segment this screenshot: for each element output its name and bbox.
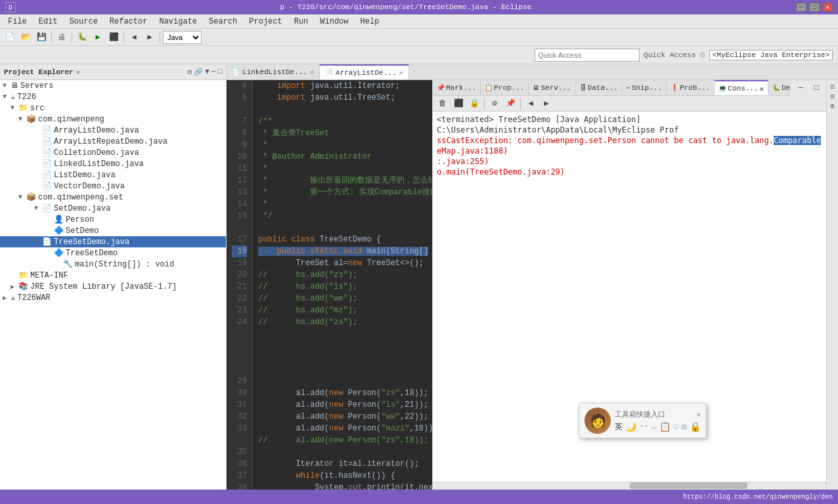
menu-edit[interactable]: Edit bbox=[33, 14, 63, 29]
prev-button[interactable]: ◀ bbox=[127, 30, 141, 45]
menu-run[interactable]: Run bbox=[289, 14, 314, 29]
link-editor-button[interactable]: 🔗 bbox=[194, 68, 203, 76]
title-bar: p p - T226/src/com/qinwenpeng/set/TreeSe… bbox=[0, 0, 838, 14]
tab-properties[interactable]: 📋 Prop... bbox=[481, 80, 529, 96]
tree-arrow-src: ▼ bbox=[11, 104, 18, 112]
tree-arrow-pkg1: ▼ bbox=[18, 116, 26, 123]
right-bar-btn1[interactable]: ⊡ bbox=[830, 83, 834, 91]
print-button[interactable]: 🖨 bbox=[55, 30, 69, 45]
view-menu-button[interactable]: ▼ bbox=[205, 68, 210, 76]
menu-window[interactable]: Window bbox=[315, 14, 353, 29]
tree-item-metainf[interactable]: 📁 META-INF bbox=[0, 270, 226, 281]
menu-refactor[interactable]: Refactor bbox=[104, 14, 153, 29]
menu-file[interactable]: File bbox=[3, 14, 32, 29]
right-bar-btn2[interactable]: ⊟ bbox=[830, 93, 834, 100]
right-minimize[interactable]: ─ bbox=[793, 81, 808, 95]
close-button[interactable]: ✕ bbox=[822, 3, 833, 12]
terminate-button[interactable]: ⬛ bbox=[451, 96, 466, 111]
tree-item-treesetdemo-class[interactable]: 🔷 TreeSetDemo bbox=[0, 247, 226, 259]
tab-console[interactable]: 💻 Cons... ✕ bbox=[715, 80, 768, 96]
tree-item-t226war[interactable]: ▶ ☕ T226WAR bbox=[0, 292, 226, 303]
scroll-lock-button[interactable]: 🔒 bbox=[467, 96, 481, 111]
tab-arraylist-close[interactable]: ✕ bbox=[399, 69, 403, 77]
tree-item-setdemo[interactable]: ▼ 📄 SetDemo.java bbox=[0, 203, 226, 214]
menu-source[interactable]: Source bbox=[64, 14, 103, 29]
settings-button[interactable]: ⚙ bbox=[699, 49, 705, 60]
stop-button[interactable]: ⬛ bbox=[106, 30, 121, 45]
perspective-combo[interactable]: Java Debug bbox=[163, 31, 202, 44]
code-editor[interactable]: 45 789101112131415 171819 2021222324 293… bbox=[227, 80, 432, 490]
tree-item-person[interactable]: 👤 Person bbox=[0, 214, 226, 225]
tree-item-servers[interactable]: ▼ 🖥 Servers bbox=[0, 80, 226, 91]
right-panel-tabs-row: 📌 Mark... 📋 Prop... 🖥 Serv... 🗄 bbox=[433, 80, 826, 96]
next-button[interactable]: ▶ bbox=[143, 30, 157, 45]
tree-item-arraylistrepeat[interactable]: 📄 ArrayListRepeatDemo.java bbox=[0, 136, 226, 147]
ime-icon-dots[interactable]: ·· bbox=[639, 422, 648, 431]
clear-console-button[interactable]: 🗑 bbox=[435, 96, 450, 111]
tree-item-src[interactable]: ▼ 📁 src bbox=[0, 102, 226, 114]
collapse-all-button[interactable]: ⊟ bbox=[188, 68, 192, 76]
tree-item-main-method[interactable]: 🔧 main(String[]) : void bbox=[0, 259, 226, 270]
menu-help[interactable]: Help bbox=[355, 14, 385, 29]
tab-snippets[interactable]: ✂ Snip... bbox=[623, 80, 667, 96]
ime-content: 工具箱快捷入口 ✕ 英 🌙 ·· ✏ 📋 ☺ ⊞ 🔒 bbox=[615, 410, 701, 432]
quick-access-input[interactable] bbox=[535, 49, 640, 62]
scrollbar-thumb[interactable] bbox=[630, 482, 748, 489]
status-bar: https://blog.csdn.net/qinwenpengly/den bbox=[0, 490, 838, 504]
console-scrollbar[interactable] bbox=[433, 482, 826, 490]
ime-icon-moon[interactable]: 🌙 bbox=[625, 421, 636, 432]
console-terminated-line: <terminated> TreeSetDemo [Java Applicati… bbox=[437, 114, 822, 135]
tree-item-package2[interactable]: ▼ 📦 com.qinwenpeng.set bbox=[0, 192, 226, 203]
tree-item-t226[interactable]: ▼ ☕ T226 bbox=[0, 91, 226, 102]
ime-icon-emoji[interactable]: ☺ bbox=[673, 421, 678, 432]
tree-item-jre[interactable]: ▶ 📚 JRE System Library [JavaSE-1.7] bbox=[0, 281, 226, 292]
ime-icon-lock[interactable]: 🔒 bbox=[690, 421, 701, 432]
tab-data[interactable]: 🗄 Data... bbox=[576, 80, 623, 96]
ime-icon-pen[interactable]: ✏ bbox=[651, 421, 657, 432]
save-button[interactable]: 💾 bbox=[34, 30, 49, 45]
right-maximize[interactable]: □ bbox=[809, 81, 824, 95]
tree-item-listdemo[interactable]: 📄 ListDemo.java bbox=[0, 169, 226, 180]
ime-icon-grid[interactable]: ⊞ bbox=[682, 421, 687, 432]
menu-navigate[interactable]: Navigate bbox=[154, 14, 202, 29]
right-side-bar: ⊡ ⊟ ⊞ bbox=[826, 80, 838, 490]
tree-item-colletион[interactable]: 📄 ColletionDemo.java bbox=[0, 147, 226, 158]
ime-icon-clipboard[interactable]: 📋 bbox=[659, 421, 671, 432]
menu-project[interactable]: Project bbox=[244, 14, 287, 29]
tab-arraylistdemo[interactable]: 📄 ArrayListDe... ✕ bbox=[320, 64, 408, 80]
tree-item-package1[interactable]: ▼ 📦 com.qinwenpeng bbox=[0, 114, 226, 125]
run-button[interactable]: ▶ bbox=[91, 30, 105, 45]
tab-debug[interactable]: 🐛 Debug bbox=[768, 80, 791, 96]
minimize-view-button[interactable]: ─ bbox=[211, 68, 216, 76]
ime-icon-ying[interactable]: 英 bbox=[615, 421, 623, 432]
tab-markers[interactable]: 📌 Mark... bbox=[433, 80, 481, 96]
debug-button[interactable]: 🐛 bbox=[75, 30, 89, 45]
console-pin[interactable]: 📌 bbox=[503, 96, 518, 111]
console-prev[interactable]: ◀ bbox=[523, 96, 538, 111]
console-next[interactable]: ▶ bbox=[539, 96, 554, 111]
console-settings[interactable]: ⚙ bbox=[487, 96, 502, 111]
right-bar-btn3[interactable]: ⊞ bbox=[830, 102, 834, 110]
maximize-button[interactable]: □ bbox=[809, 3, 820, 12]
ime-avatar: 🧑 bbox=[584, 408, 611, 434]
code-content[interactable]: import java.util.Iterator; import java.u… bbox=[253, 80, 432, 490]
tab-linkedlistdemo[interactable]: 📄 LinkedListDe... ✕ bbox=[227, 64, 320, 80]
console-tab-close[interactable]: ✕ bbox=[760, 85, 764, 93]
tab-problems[interactable]: ❗ Prob... bbox=[667, 80, 715, 96]
minimize-button[interactable]: ─ bbox=[796, 3, 806, 12]
open-button[interactable]: 📂 bbox=[18, 30, 33, 45]
tab-linkedlist-close[interactable]: ✕ bbox=[310, 68, 314, 76]
tree-item-arraylistdemo[interactable]: 📄 ArrayListDemo.java bbox=[0, 125, 226, 136]
tree-item-vectordemo[interactable]: 📄 VectorDemo.java bbox=[0, 180, 226, 192]
new-button[interactable]: 📄 bbox=[3, 30, 17, 45]
tree-item-setdemo-class[interactable]: 🔷 SetDemo bbox=[0, 225, 226, 236]
tree-item-linkedlist[interactable]: 📄 LinkedListDemo.java bbox=[0, 158, 226, 169]
tab-servers[interactable]: 🖥 Serv... bbox=[529, 80, 575, 96]
person-icon: 👤 bbox=[54, 215, 64, 224]
tree-item-treesetdemo[interactable]: ▼ 📄 TreeSetDemo.java bbox=[0, 236, 226, 247]
maximize-view-button[interactable]: □ bbox=[217, 68, 222, 76]
sidebar-tab-close-icon: ✕ bbox=[76, 68, 80, 76]
ime-close-button[interactable]: ✕ bbox=[696, 410, 701, 419]
menu-search[interactable]: Search bbox=[204, 14, 242, 29]
editor-tabs: 📄 LinkedListDe... ✕ 📄 ArrayListDe... ✕ bbox=[227, 64, 838, 80]
